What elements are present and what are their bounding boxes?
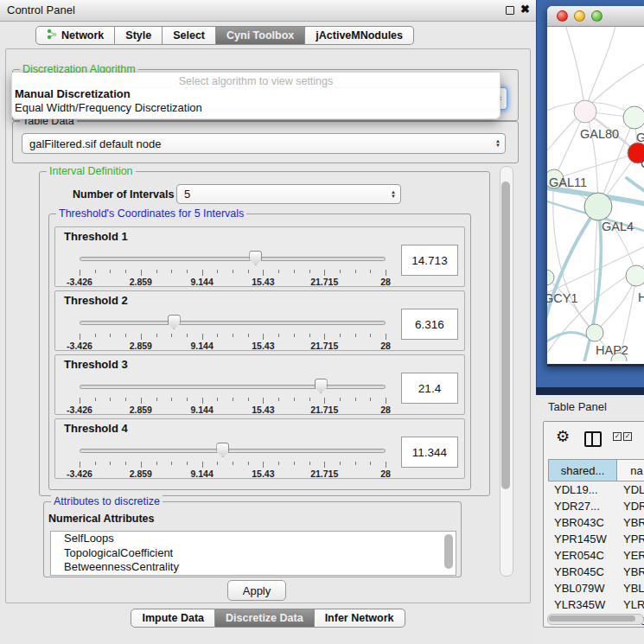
threshold-slider[interactable]: -3.4262.8599.14415.4321.71528 [80,314,386,350]
table-scrollbar-thumb[interactable] [549,615,635,622]
tab-jactivemnodules[interactable]: jActiveMNodules [305,26,414,45]
bottom-tab-discretize-data[interactable]: Discretize Data [215,609,315,628]
node-top-right[interactable] [623,106,644,129]
thresholds-group: Threshold's Coordinates for 5 Intervals … [48,214,471,490]
slider-track[interactable] [80,257,386,261]
slider-tick [248,462,249,465]
threshold-value-field[interactable]: 21.4 [401,373,458,404]
checkbox-icons[interactable]: ✓ ✓ [613,432,632,441]
slider-thumb[interactable] [315,379,328,393]
attribute-item-selfloops[interactable]: SelfLoops [51,532,456,546]
threshold-slider[interactable]: -3.4262.8599.14415.4321.71528 [80,378,386,414]
bottom-tab-infer-network[interactable]: Infer Network [315,609,405,628]
slider-tick [263,462,264,468]
slider-tick [110,334,111,337]
slider-tick-label: 9.144 [190,277,213,287]
slider-tick [294,462,295,465]
slider-tick [80,270,80,276]
node-gal80[interactable] [574,100,596,123]
table-row[interactable]: YER054CYER0 [548,547,644,564]
threshold-value-field[interactable]: 6.316 [401,309,458,340]
table-row[interactable]: YLR345WYLR3 [548,596,644,613]
table-row[interactable]: YDL19...YDL1 [548,481,644,498]
node-gcy1[interactable] [547,270,554,285]
network-canvas[interactable]: GAL80 GA C GAL11 GAL4 GCY1 H HAP2 [547,27,644,361]
slider-tick [233,334,233,337]
slider-tick-label: 15.43 [252,341,274,351]
node-gal4[interactable] [584,193,612,220]
node-right-mid[interactable] [626,265,644,286]
float-window-icon[interactable] [506,6,514,15]
gear-icon[interactable]: ⚙ [556,427,570,446]
attribute-item-topologicalcoefficient[interactable]: TopologicalCoefficient [51,546,456,561]
slider-thumb[interactable] [168,315,181,329]
table-data-combobox[interactable]: galFiltered.sif default node ▲▼ [22,133,506,154]
slider-tick-label: 2.859 [130,341,152,351]
table-row[interactable]: YBL079WYBL0 [548,580,644,596]
threshold-slider[interactable]: -3.4262.8599.14415.4321.71528 [80,442,386,478]
slider-tick [141,462,142,468]
column-header-name[interactable]: na [616,459,644,481]
slider-tick [95,334,96,337]
algorithm-option-equal-width-frequency-discretization[interactable]: Equal Width/Frequency Discretization [12,101,500,115]
network-graph[interactable]: GAL80 GA C GAL11 GAL4 GCY1 H HAP2 [547,27,644,361]
slider-tick [294,398,295,401]
number-of-intervals-combobox[interactable]: 5 ▲▼ [176,184,401,204]
slider-tick [386,334,386,340]
slider-track[interactable] [80,385,386,389]
bottom-tab-impute-data[interactable]: Impute Data [131,609,215,628]
attribute-item-betweennesscentrality[interactable]: BetweennessCentrality [51,560,456,575]
checkbox-icon[interactable]: ✓ [613,432,622,441]
numerical-attributes-list[interactable]: SelfLoopsTopologicalCoefficientBetweenne… [50,531,456,576]
slider-tick-label: -3.426 [67,469,92,479]
table-row[interactable]: YPR145WYPR1 [548,531,644,547]
slider-track[interactable] [80,321,386,325]
control-panel-titlebar: Control Panel ✖ [0,0,536,22]
threshold-slider[interactable]: -3.4262.8599.14415.4321.71528 [80,250,386,286]
tab-network[interactable]: Network [35,26,115,45]
interval-definition-group: Interval Definition Number of Intervals … [39,171,490,496]
table-data-group: Table Data galFiltered.sif default node … [12,121,519,163]
slider-tick [324,270,325,276]
column-header-shared-name[interactable]: shared... [548,459,616,481]
table-row[interactable]: YBR045CYBR0 [548,564,644,580]
cell-name: YPR1 [616,532,644,545]
threshold-value-field[interactable]: 14.713 [401,245,458,276]
minimize-traffic-light-icon[interactable] [574,10,585,22]
tab-style[interactable]: Style [115,26,163,45]
attributes-group: Attributes to discretize Numerical Attri… [43,501,462,577]
table-row[interactable]: YDR27...YDR2 [548,498,644,514]
checkbox-icon[interactable]: ✓ [623,432,632,441]
slider-tick-label: 21.715 [310,277,338,287]
slider-tick [263,334,264,340]
cell-name: YBL0 [616,582,644,595]
slider-thumb[interactable] [216,443,229,457]
threshold-value-field[interactable]: 11.344 [401,437,458,468]
main-scrollbar-thumb[interactable] [501,182,510,489]
table-row[interactable]: YBR043CYBR0 [548,514,644,531]
slider-tick [263,270,264,276]
columns-icon[interactable] [584,431,602,447]
table-header-row: shared... na [548,459,644,481]
slider-thumb[interactable] [249,251,262,265]
close-traffic-light-icon[interactable] [557,10,568,22]
slider-tick-label: 28 [380,405,391,415]
close-icon[interactable]: ✖ [520,3,530,16]
node-hap2[interactable] [586,324,603,341]
slider-tick-label: 28 [380,277,391,287]
zoom-traffic-light-icon[interactable] [591,10,603,22]
apply-button[interactable]: Apply [227,580,286,601]
slider-track[interactable] [80,449,386,453]
spinner-arrows-icon: ▲▼ [391,190,396,199]
slider-tick [324,462,325,468]
list-scrollbar[interactable] [444,534,453,569]
tab-select[interactable]: Select [163,26,216,45]
slider-tick [125,462,126,465]
table-horizontal-scrollbar[interactable] [547,614,644,625]
slider-tick [248,398,249,401]
slider-tick [202,398,203,404]
algorithm-option-manual-discretization[interactable]: Manual Discretization [12,87,500,101]
table-panel: Table Panel ⚙ ✓ ✓ shared... na YDL19...Y… [536,395,644,644]
network-window-titlebar[interactable] [547,6,644,27]
tab-cyni-toolbox[interactable]: Cyni Toolbox [216,26,305,45]
